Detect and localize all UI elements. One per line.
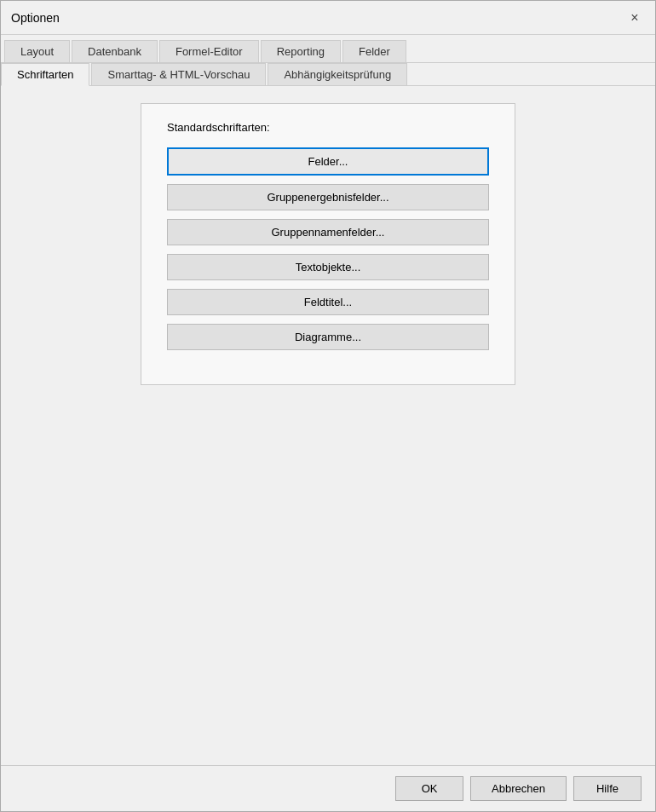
button-gruppenergebnisfelder[interactable]: Gruppenergebnisfelder... bbox=[167, 184, 489, 210]
tab-layout[interactable]: Layout bbox=[4, 40, 70, 62]
tab-abhaengigkeit[interactable]: Abhängigkeitsprüfung bbox=[268, 63, 407, 85]
tab-row-1: Layout Datenbank Formel-Editor Reporting… bbox=[1, 35, 655, 63]
cancel-button[interactable]: Abbrechen bbox=[470, 776, 567, 801]
button-feldtitel[interactable]: Feldtitel... bbox=[167, 289, 489, 315]
tab-row-2: Schriftarten Smarttag- & HTML-Vorschau A… bbox=[1, 63, 655, 86]
tab-reporting[interactable]: Reporting bbox=[261, 40, 341, 62]
panel-title: Standardschriftarten: bbox=[167, 121, 489, 134]
close-button[interactable]: × bbox=[624, 8, 645, 28]
tab-schriftarten[interactable]: Schriftarten bbox=[1, 63, 89, 86]
dialog-window: Optionen × Layout Datenbank Formel-Edito… bbox=[0, 0, 656, 812]
panel-standardschriftarten: Standardschriftarten: Felder... Gruppene… bbox=[141, 103, 515, 385]
title-bar: Optionen × bbox=[1, 1, 655, 35]
button-gruppennamenfelder[interactable]: Gruppennamenfelder... bbox=[167, 219, 489, 245]
tab-smarttag[interactable]: Smarttag- & HTML-Vorschau bbox=[91, 63, 266, 85]
bottom-bar: OK Abbrechen Hilfe bbox=[1, 765, 655, 811]
tab-datenbank[interactable]: Datenbank bbox=[72, 40, 158, 62]
ok-button[interactable]: OK bbox=[395, 776, 463, 801]
button-diagramme[interactable]: Diagramme... bbox=[167, 324, 489, 350]
button-textobjekte[interactable]: Textobjekte... bbox=[167, 254, 489, 280]
window-title: Optionen bbox=[11, 11, 60, 25]
tab-formel-editor[interactable]: Formel-Editor bbox=[159, 40, 259, 62]
tab-felder[interactable]: Felder bbox=[342, 40, 406, 62]
button-felder[interactable]: Felder... bbox=[167, 147, 489, 176]
help-button[interactable]: Hilfe bbox=[573, 776, 642, 801]
content-area: Standardschriftarten: Felder... Gruppene… bbox=[1, 86, 655, 765]
